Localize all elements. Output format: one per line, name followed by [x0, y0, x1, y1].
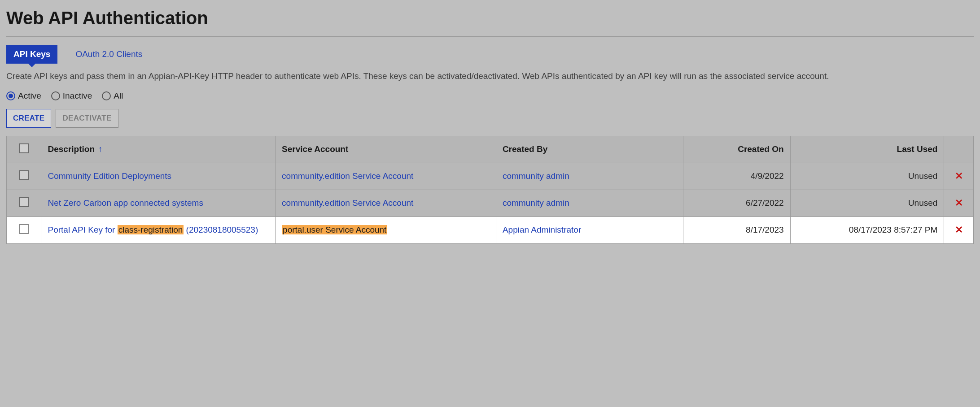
table-row: Portal API Key for class-registration (2… — [7, 216, 974, 243]
row-description[interactable]: Net Zero Carbon app connected systems — [41, 190, 276, 216]
header-label: Description — [48, 144, 95, 154]
row-service-account[interactable]: community.edition Service Account — [276, 190, 496, 216]
sort-asc-icon: ↑ — [98, 144, 103, 154]
description-suffix: (20230818005523) — [184, 225, 258, 234]
radio-label: Active — [18, 91, 41, 101]
tab-bar: API Keys OAuth 2.0 Clients — [6, 45, 974, 64]
row-delete[interactable]: ✕ — [944, 216, 974, 243]
header-select-all[interactable] — [7, 136, 41, 163]
service-account-link[interactable]: community.edition Service Account — [282, 171, 413, 181]
row-last-used: Unused — [790, 190, 944, 216]
row-created-by[interactable]: Appian Administrator — [496, 216, 683, 243]
created-by-link[interactable]: community admin — [503, 171, 569, 181]
checkbox-icon — [19, 224, 29, 234]
table-header-row: Description ↑ Service Account Created By… — [7, 136, 974, 163]
header-label: Last Used — [897, 144, 938, 154]
row-last-used: 08/17/2023 8:57:27 PM — [790, 216, 944, 243]
deactivate-button[interactable]: DEACTIVATE — [56, 109, 118, 128]
divider — [6, 36, 974, 37]
create-button[interactable]: CREATE — [6, 109, 51, 128]
filter-radio-group: Active Inactive All — [6, 91, 974, 101]
page-title: Web API Authentication — [6, 8, 974, 28]
header-label: Created On — [738, 144, 783, 154]
header-created-on[interactable]: Created On — [683, 136, 790, 163]
description-prefix: Portal API Key for — [48, 225, 117, 234]
header-description[interactable]: Description ↑ — [41, 136, 276, 163]
radio-label: All — [114, 91, 123, 101]
header-label: Service Account — [282, 144, 348, 154]
delete-icon: ✕ — [955, 170, 963, 182]
row-select[interactable] — [7, 190, 41, 216]
row-last-used: Unused — [790, 163, 944, 190]
description-link[interactable]: Community Edition Deployments — [48, 171, 171, 181]
checkbox-icon — [19, 143, 29, 153]
tab-description: Create API keys and pass them in an Appi… — [6, 70, 974, 83]
row-description[interactable]: Community Edition Deployments — [41, 163, 276, 190]
table-row: Net Zero Carbon app connected systemscom… — [7, 190, 974, 216]
delete-icon: ✕ — [955, 224, 963, 235]
radio-icon — [102, 91, 111, 100]
row-created-on: 4/9/2022 — [683, 163, 790, 190]
row-delete[interactable]: ✕ — [944, 190, 974, 216]
radio-all[interactable]: All — [102, 91, 123, 101]
created-by-link[interactable]: Appian Administrator — [503, 225, 581, 234]
created-by-link[interactable]: community admin — [503, 198, 569, 208]
row-select[interactable] — [7, 216, 41, 243]
radio-icon — [6, 91, 15, 100]
table-row: Community Edition Deploymentscommunity.e… — [7, 163, 974, 190]
api-keys-table: Description ↑ Service Account Created By… — [6, 136, 974, 244]
row-description[interactable]: Portal API Key for class-registration (2… — [41, 216, 276, 243]
header-delete — [944, 136, 974, 163]
checkbox-icon — [19, 197, 29, 207]
radio-label: Inactive — [63, 91, 92, 101]
row-created-on: 8/17/2023 — [683, 216, 790, 243]
header-label: Created By — [503, 144, 547, 154]
tab-oauth-clients[interactable]: OAuth 2.0 Clients — [68, 45, 149, 64]
radio-active[interactable]: Active — [6, 91, 41, 101]
header-last-used[interactable]: Last Used — [790, 136, 944, 163]
delete-icon: ✕ — [955, 197, 963, 208]
service-account-link[interactable]: community.edition Service Account — [282, 198, 413, 208]
tab-api-keys[interactable]: API Keys — [6, 45, 57, 64]
header-service-account[interactable]: Service Account — [276, 136, 496, 163]
row-select[interactable] — [7, 163, 41, 190]
action-button-row: CREATE DEACTIVATE — [6, 109, 974, 128]
radio-inactive[interactable]: Inactive — [51, 91, 92, 101]
service-account-link[interactable]: portal.user Service Account — [282, 225, 387, 234]
row-created-by[interactable]: community admin — [496, 163, 683, 190]
row-created-on: 6/27/2022 — [683, 190, 790, 216]
description-link[interactable]: Net Zero Carbon app connected systems — [48, 198, 203, 208]
header-created-by[interactable]: Created By — [496, 136, 683, 163]
radio-icon — [51, 91, 60, 100]
row-created-by[interactable]: community admin — [496, 190, 683, 216]
row-service-account[interactable]: community.edition Service Account — [276, 163, 496, 190]
row-service-account[interactable]: portal.user Service Account — [276, 216, 496, 243]
checkbox-icon — [19, 170, 29, 180]
row-delete[interactable]: ✕ — [944, 163, 974, 190]
description-link[interactable]: Portal API Key for class-registration (2… — [48, 225, 258, 234]
description-highlight: class-registration — [118, 225, 184, 234]
